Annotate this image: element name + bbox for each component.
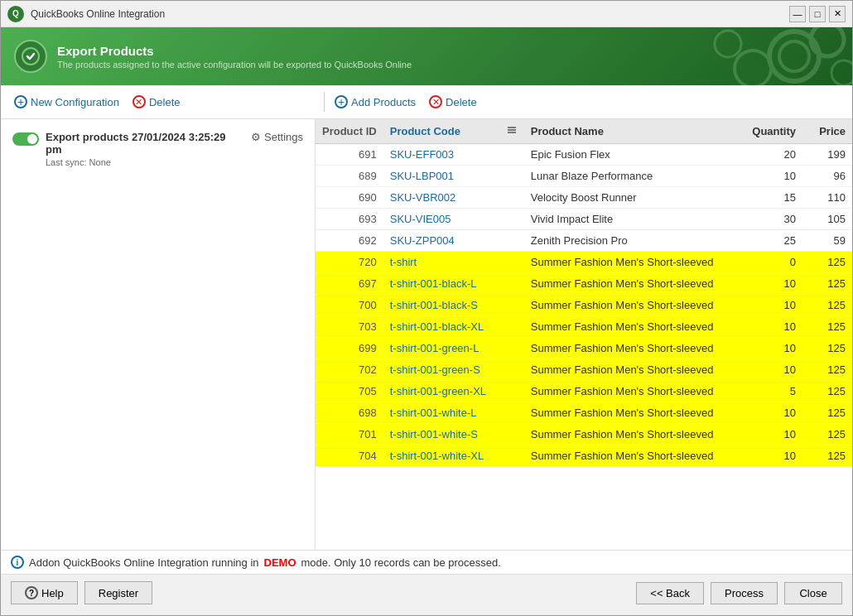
header-title: Export Products [57,44,412,58]
cell-icon [499,338,524,359]
cell-code: SKU-LBP001 [383,166,499,187]
close-window-button[interactable]: ✕ [829,6,846,22]
cell-qty: 25 [736,230,802,252]
cell-id: 705 [316,381,383,402]
cell-qty: 10 [736,338,802,359]
table-row[interactable]: 704 t-shirt-001-white-XL Summer Fashion … [316,445,852,467]
cell-id: 697 [316,273,383,295]
cell-name: Summer Fashion Men's Short-sleeved [524,273,736,295]
config-item: Export products 27/01/2024 3:25:29 pm La… [7,126,308,172]
cell-code: SKU-VBR002 [383,187,499,209]
back-button[interactable]: << Back [636,582,704,604]
footer-right: << Back Process Close [636,582,842,604]
table-row[interactable]: 692 SKU-ZPP004 Zenith Precision Pro 25 5… [316,230,852,252]
cell-icon [499,166,524,187]
svg-point-1 [769,31,819,81]
table-row[interactable]: 699 t-shirt-001-green-L Summer Fashion M… [316,338,852,359]
header-text: Export Products The products assigned to… [57,44,412,70]
cell-name: Summer Fashion Men's Short-sleeved [524,402,736,424]
cell-icon [499,381,524,402]
app-logo: Q [7,6,24,22]
register-button[interactable]: Register [84,581,152,604]
header-subtitle: The products assigned to the active conf… [57,60,412,70]
cell-icon [499,316,524,338]
header-banner: Export Products The products assigned to… [1,27,852,85]
settings-link[interactable]: ⚙ Settings [251,131,303,143]
table-row[interactable]: 689 SKU-LBP001 Lunar Blaze Performance 1… [316,166,852,187]
table-row[interactable]: 720 t-shirt Summer Fashion Men's Short-s… [316,252,852,273]
table-row[interactable]: 701 t-shirt-001-white-S Summer Fashion M… [316,424,852,445]
settings-label: Settings [264,131,303,143]
col-price: Price [802,119,852,144]
cell-id: 689 [316,166,383,187]
table-row[interactable]: 691 SKU-EFF003 Epic Fusion Flex 20 199 [316,144,852,166]
cell-name: Summer Fashion Men's Short-sleeved [524,381,736,402]
help-button[interactable]: ? Help [11,581,78,604]
title-bar: Q QuickBooks Online Integration — □ ✕ [1,1,852,27]
maximize-button[interactable]: □ [809,6,826,22]
cell-id: 699 [316,338,383,359]
cell-qty: 0 [736,252,802,273]
cell-name: Summer Fashion Men's Short-sleeved [524,445,736,467]
cell-code: SKU-VIE005 [383,209,499,230]
title-bar-text: QuickBooks Online Integration [31,8,789,20]
cell-price: 125 [802,316,852,338]
col-product-code: Product Code [383,119,499,144]
cell-id: 690 [316,187,383,209]
cell-name: Velocity Boost Runner [524,187,736,209]
cell-qty: 10 [736,166,802,187]
close-button[interactable]: Close [784,582,842,604]
toolbar-right: + Add Products ✕ Delete [331,94,480,110]
cell-id: 720 [316,252,383,273]
cell-code: t-shirt-001-white-XL [383,445,499,467]
cell-code: t-shirt-001-green-XL [383,381,499,402]
table-row[interactable]: 693 SKU-VIE005 Vivid Impact Elite 30 105 [316,209,852,230]
delete-config-button[interactable]: ✕ Delete [129,94,184,110]
table-row[interactable]: 705 t-shirt-001-green-XL Summer Fashion … [316,381,852,402]
cell-code: t-shirt-001-green-S [383,359,499,381]
col-product-name: Product Name [524,119,736,144]
products-table: Product ID Product Code Product Name Qua… [316,119,852,467]
toolbar: + New Configuration ✕ Delete + Add Produ… [1,85,852,119]
cell-id: 701 [316,424,383,445]
demo-badge: DEMO [264,556,296,569]
cell-icon [499,252,524,273]
table-row[interactable]: 690 SKU-VBR002 Velocity Boost Runner 15 … [316,187,852,209]
status-suffix: mode. Only 10 records can be processed. [301,556,501,569]
add-products-button[interactable]: + Add Products [331,94,419,110]
cell-code: t-shirt-001-green-L [383,338,499,359]
minimize-button[interactable]: — [789,6,806,22]
cell-name: Summer Fashion Men's Short-sleeved [524,295,736,316]
table-row[interactable]: 700 t-shirt-001-black-S Summer Fashion M… [316,295,852,316]
cell-qty: 10 [736,359,802,381]
delete-product-button[interactable]: ✕ Delete [426,94,480,110]
header-icon [14,40,47,73]
x-icon: ✕ [133,95,146,108]
svg-point-5 [831,60,852,85]
table-row[interactable]: 702 t-shirt-001-green-S Summer Fashion M… [316,359,852,381]
config-toggle[interactable] [12,132,39,146]
delete-product-label: Delete [446,96,477,108]
process-button[interactable]: Process [711,582,778,604]
main-content: Export products 27/01/2024 3:25:29 pm La… [1,119,852,550]
cell-icon [499,230,524,252]
new-configuration-button[interactable]: + New Configuration [11,94,123,110]
table-row[interactable]: 703 t-shirt-001-black-XL Summer Fashion … [316,316,852,338]
cell-name: Summer Fashion Men's Short-sleeved [524,338,736,359]
cell-name: Epic Fusion Flex [524,144,736,166]
config-title: Export products 27/01/2024 3:25:29 pm [46,131,244,156]
cell-id: 702 [316,359,383,381]
table-body: 691 SKU-EFF003 Epic Fusion Flex 20 199 6… [316,144,852,467]
new-configuration-label: New Configuration [31,96,119,108]
svg-point-3 [811,27,844,56]
table-header-row: Product ID Product Code Product Name Qua… [316,119,852,144]
toolbar-left: + New Configuration ✕ Delete [11,94,317,110]
right-panel[interactable]: Product ID Product Code Product Name Qua… [316,119,852,550]
cell-icon [499,187,524,209]
table-row[interactable]: 697 t-shirt-001-black-L Summer Fashion M… [316,273,852,295]
cell-icon [499,295,524,316]
cell-id: 693 [316,209,383,230]
cell-qty: 10 [736,402,802,424]
table-row[interactable]: 698 t-shirt-001-white-L Summer Fashion M… [316,402,852,424]
decorative-swirls [562,27,852,85]
